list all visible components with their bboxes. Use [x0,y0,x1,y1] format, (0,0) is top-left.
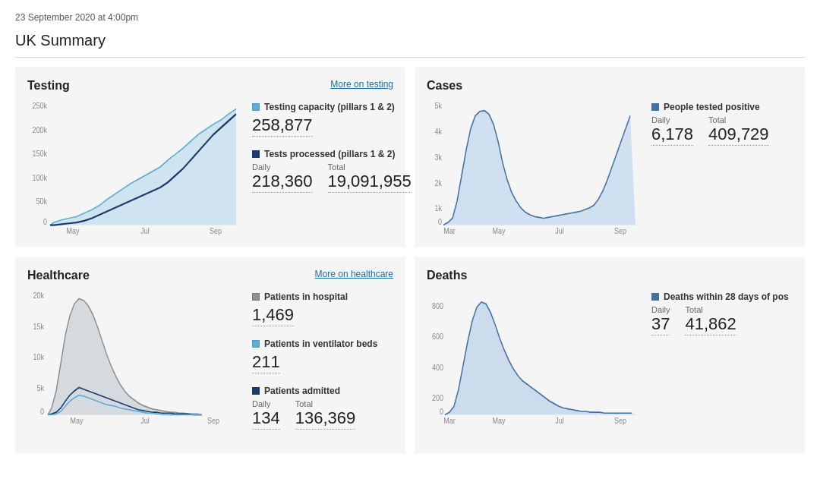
deaths-title: Deaths [427,269,793,282]
cases-daily-value: 6,178 [651,124,693,146]
admitted-icon [252,387,260,395]
positive-stat: People tested positive Daily 6,178 Total… [651,102,793,146]
positive-cols: Daily 6,178 Total 409,729 [651,115,793,146]
processed-total-col: Total 19,091,955 [328,162,412,193]
svg-text:May: May [493,416,506,425]
cases-total-col: Total 409,729 [708,115,769,146]
svg-text:100k: 100k [33,173,48,182]
deaths-daily-header: Daily [651,305,670,314]
admitted-daily-header: Daily [252,399,280,408]
processed-daily-value: 218,360 [252,172,313,193]
svg-text:Jul: Jul [555,416,563,425]
svg-text:200k: 200k [33,125,48,134]
cases-title: Cases [427,79,793,93]
cases-daily-header: Daily [651,115,693,124]
admitted-daily-col: Daily 134 [252,399,280,430]
svg-text:Sep: Sep [614,226,626,235]
testing-link[interactable]: More on testing [330,79,393,90]
capacity-stat: Testing capacity (pillars 1 & 2) 258,877 [252,102,412,137]
svg-text:10k: 10k [33,353,45,362]
deaths-icon [651,293,659,301]
capacity-label: Testing capacity (pillars 1 & 2) [252,102,412,112]
ventilator-icon [252,340,260,348]
svg-text:5k: 5k [435,102,443,111]
svg-text:20k: 20k [33,291,45,301]
svg-text:0: 0 [440,408,443,417]
positive-label: People tested positive [651,102,793,112]
testing-content: 250k 200k 150k 100k 50k 0 May Jul Sep [27,99,393,235]
svg-text:1k: 1k [435,204,443,213]
testing-chart: 250k 200k 150k 100k 50k 0 May Jul Sep [27,99,240,235]
svg-text:400: 400 [432,363,443,372]
svg-text:0: 0 [40,408,44,417]
cases-card: Cases 5k 4k 3k 2k 1k 0 Mar May Jul Sep [415,67,805,247]
deaths-card: Deaths 800 600 400 200 0 Mar May Jul Sep [415,257,805,454]
deaths-total-header: Total [685,305,736,314]
cases-total-header: Total [708,115,769,124]
svg-text:Mar: Mar [443,226,456,235]
capacity-value: 258,877 [252,115,313,137]
deaths-daily-value: 37 [651,314,670,335]
healthcare-card: Healthcare More on healthcare 20k 15k 10… [15,257,405,454]
processed-daily-col: Daily 218,360 [252,162,313,193]
svg-text:250k: 250k [33,102,48,111]
processed-daily-header: Daily [252,162,313,172]
svg-text:Jul: Jul [555,226,563,235]
svg-text:150k: 150k [33,150,48,159]
healthcare-stats: Patients in hospital 1,469 Patients in v… [252,288,393,442]
svg-text:Jul: Jul [140,416,149,425]
ventilator-value: 211 [252,352,280,373]
deaths-total-value: 41,862 [685,314,736,335]
testing-card: Testing More on testing 250k 200k 150k 1… [15,67,405,247]
admitted-cols: Daily 134 Total 136,369 [252,399,393,430]
processed-icon [252,150,260,158]
processed-label: Tests processed (pillars 1 & 2) [252,149,412,159]
cases-stats: People tested positive Daily 6,178 Total… [651,99,793,158]
healthcare-content: 20k 15k 10k 5k 0 May Jul Sep [27,288,393,442]
svg-text:Mar: Mar [443,416,456,425]
processed-total-header: Total [328,162,412,172]
healthcare-link[interactable]: More on healthcare [315,269,393,279]
hospital-stat: Patients in hospital 1,469 [252,291,393,326]
svg-text:Jul: Jul [140,226,149,235]
processed-cols: Daily 218,360 Total 19,091,955 [252,162,412,193]
admitted-total-col: Total 136,369 [295,399,356,430]
svg-text:Sep: Sep [210,226,222,235]
deaths-chart: 800 600 400 200 0 Mar May Jul Sep [427,288,639,425]
deaths-content: 800 600 400 200 0 Mar May Jul Sep [427,288,793,425]
cases-chart: 5k 4k 3k 2k 1k 0 Mar May Jul Sep [427,99,639,235]
cases-total-value: 409,729 [708,124,769,146]
ventilator-stat: Patients in ventilator beds 211 [252,339,393,373]
cases-daily-col: Daily 6,178 [651,115,693,146]
svg-text:600: 600 [432,332,443,342]
svg-text:May: May [67,226,80,235]
hospital-icon [252,293,260,301]
svg-text:May: May [493,226,506,235]
svg-text:3k: 3k [435,153,443,162]
admitted-total-value: 136,369 [295,408,356,430]
testing-stats: Testing capacity (pillars 1 & 2) 258,877… [252,99,412,205]
dashboard-grid: Testing More on testing 250k 200k 150k 1… [15,67,805,454]
timestamp: 23 September 2020 at 4:00pm [15,12,805,23]
processed-stat: Tests processed (pillars 1 & 2) Daily 21… [252,149,412,193]
svg-text:0: 0 [438,218,442,227]
admitted-label: Patients admitted [252,386,393,396]
capacity-icon [252,103,260,111]
admitted-total-header: Total [295,399,356,408]
admitted-daily-value: 134 [252,408,280,430]
cases-content: 5k 4k 3k 2k 1k 0 Mar May Jul Sep [427,99,793,235]
deaths-total-col: Total 41,862 [685,305,736,335]
svg-text:May: May [71,416,84,425]
page-title: UK Summary [15,32,805,58]
svg-text:800: 800 [432,301,443,310]
svg-text:Sep: Sep [207,416,219,425]
healthcare-chart: 20k 15k 10k 5k 0 May Jul Sep [27,288,240,425]
svg-text:4k: 4k [435,128,443,137]
hospital-label: Patients in hospital [252,291,393,302]
ventilator-label: Patients in ventilator beds [252,339,393,349]
deaths-daily-col: Daily 37 [651,305,670,335]
deaths-stats: Deaths within 28 days of pos Daily 37 To… [651,288,793,348]
processed-total-value: 19,091,955 [328,172,412,193]
deaths-cols: Daily 37 Total 41,862 [651,305,793,335]
deaths-label: Deaths within 28 days of pos [651,291,793,302]
